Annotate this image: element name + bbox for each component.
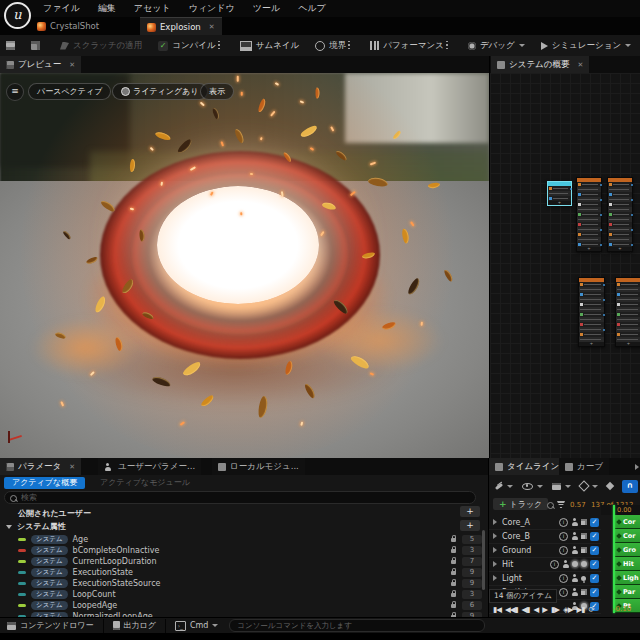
- expand-icon[interactable]: [493, 575, 497, 581]
- close-icon[interactable]: [578, 61, 584, 69]
- parameter-row[interactable]: システムAge5: [0, 534, 488, 545]
- menu-file[interactable]: ファイル: [34, 0, 89, 17]
- emitter-bar[interactable]: Ligh: [615, 571, 640, 585]
- cube-icon[interactable]: [581, 533, 587, 539]
- play-button[interactable]: ▶: [542, 605, 547, 614]
- node-add-button[interactable]: +: [577, 247, 601, 251]
- tab-preview[interactable]: プレビュー: [0, 56, 81, 73]
- cube-icon[interactable]: [581, 547, 587, 553]
- person-icon[interactable]: [571, 588, 578, 596]
- info-icon[interactable]: [559, 546, 568, 555]
- bounds-button[interactable]: 境界: [309, 35, 360, 56]
- goto-end-button[interactable]: ▶▮: [577, 605, 585, 614]
- system-node[interactable]: +: [547, 181, 572, 206]
- info-icon[interactable]: [559, 518, 568, 527]
- subtab-active-modules[interactable]: アクティブなモジュール: [92, 477, 198, 489]
- cube-icon[interactable]: [581, 519, 587, 525]
- sun-icon[interactable]: [581, 561, 587, 567]
- performance-options-icon[interactable]: [446, 41, 448, 50]
- track-row[interactable]: Core_B: [489, 529, 601, 544]
- save-button[interactable]: [0, 35, 25, 56]
- emitter-node[interactable]: +: [615, 277, 640, 347]
- parameter-row[interactable]: システムLoopedAge6: [0, 600, 488, 611]
- keyframe-options-button[interactable]: [580, 482, 598, 490]
- emitter-node[interactable]: +: [607, 177, 633, 252]
- show-button[interactable]: 表示: [200, 83, 234, 100]
- track-checkbox[interactable]: [590, 574, 599, 583]
- add-keyframe-button[interactable]: [607, 483, 613, 489]
- tab-curves[interactable]: カーブ: [559, 458, 609, 475]
- track-row[interactable]: Ground: [489, 543, 601, 558]
- system-overview-graph[interactable]: +++++: [489, 73, 640, 458]
- person-icon[interactable]: [571, 546, 578, 554]
- emitter-bar[interactable]: Par: [615, 585, 640, 599]
- menu-help[interactable]: ヘルプ: [289, 0, 335, 17]
- tab-overflow-icon[interactable]: [635, 464, 639, 470]
- track-row[interactable]: Core_A: [489, 515, 601, 530]
- person-icon[interactable]: [562, 560, 569, 568]
- track-row[interactable]: Hit: [489, 557, 601, 572]
- node-add-button[interactable]: +: [548, 201, 571, 205]
- track-checkbox[interactable]: [590, 588, 599, 597]
- viewport-menu-icon[interactable]: [6, 83, 24, 101]
- menu-window[interactable]: ウィンドウ: [180, 0, 244, 17]
- menu-edit[interactable]: 編集: [89, 0, 125, 17]
- tab-parameters[interactable]: パラメータ: [0, 458, 81, 475]
- track-row[interactable]: Light: [489, 571, 601, 586]
- track-checkbox[interactable]: [590, 546, 599, 555]
- expand-icon[interactable]: [493, 533, 497, 539]
- close-icon[interactable]: [69, 463, 75, 471]
- subtab-active-overview[interactable]: アクティブな概要: [4, 477, 85, 489]
- parameter-row[interactable]: システムbCompleteOnInactive3: [0, 545, 488, 556]
- info-icon[interactable]: [559, 532, 568, 541]
- emitter-node[interactable]: +: [578, 277, 605, 347]
- cube-icon[interactable]: [581, 589, 587, 595]
- add-user-parameter-button[interactable]: [460, 506, 480, 517]
- add-system-attribute-button[interactable]: [460, 520, 480, 531]
- collapse-icon[interactable]: [6, 525, 12, 529]
- visibility-button[interactable]: [522, 483, 543, 490]
- play-reverse-button[interactable]: ◀: [533, 605, 538, 614]
- unreal-logo-icon[interactable]: [4, 2, 31, 29]
- step-back-button[interactable]: ◀▮: [522, 605, 530, 614]
- close-icon[interactable]: [69, 61, 75, 69]
- bulb-icon[interactable]: [581, 576, 586, 581]
- add-track-button[interactable]: +トラック: [493, 498, 548, 510]
- close-icon[interactable]: [209, 23, 215, 31]
- expand-icon[interactable]: [493, 519, 497, 525]
- info-icon[interactable]: [559, 574, 568, 583]
- parameter-row[interactable]: システムExecutionState9: [0, 567, 488, 578]
- info-icon[interactable]: [559, 588, 568, 597]
- emitter-bar[interactable]: Cor: [615, 515, 640, 529]
- parameter-row[interactable]: システムLoopCount3: [0, 589, 488, 600]
- loop-button[interactable]: ⟳: [588, 605, 593, 614]
- tab-crystalshot[interactable]: CrystalShot: [30, 17, 106, 35]
- cmd-selector[interactable]: Cmd: [168, 618, 225, 633]
- parameter-row[interactable]: システムCurrentLoopDuration7: [0, 556, 488, 567]
- compile-options-icon[interactable]: [218, 41, 220, 50]
- emitter-bar[interactable]: Hit: [615, 557, 640, 571]
- person-icon[interactable]: [571, 574, 578, 582]
- parameter-search-input[interactable]: [4, 491, 476, 504]
- parameters-scrollbar[interactable]: [482, 530, 485, 590]
- tools-button[interactable]: [495, 485, 513, 488]
- sun-icon[interactable]: [572, 561, 578, 567]
- console-command-input[interactable]: [229, 619, 485, 632]
- expand-icon[interactable]: [493, 561, 497, 567]
- menu-tools[interactable]: ツール: [244, 0, 289, 17]
- parameter-row[interactable]: システムExecutionStateSource9: [0, 578, 488, 589]
- browse-asset-button[interactable]: [25, 35, 50, 56]
- output-log-button[interactable]: 出力ログ: [106, 618, 163, 633]
- content-drawer-button[interactable]: コンテンツドロワー: [0, 618, 101, 633]
- person-icon[interactable]: [571, 518, 578, 526]
- preview-viewport[interactable]: パースペクティブ ライティングあり 表示: [0, 73, 489, 458]
- bounds-options-icon[interactable]: [348, 41, 350, 50]
- tab-system-overview[interactable]: システムの概要: [491, 56, 589, 73]
- track-checkbox[interactable]: [590, 532, 599, 541]
- expand-icon[interactable]: [493, 547, 497, 553]
- track-checkbox[interactable]: [590, 560, 599, 569]
- curve-mode-button[interactable]: [622, 480, 638, 493]
- person-icon[interactable]: [571, 532, 578, 540]
- info-icon[interactable]: [550, 560, 559, 569]
- performance-button[interactable]: パフォーマンス: [364, 35, 458, 56]
